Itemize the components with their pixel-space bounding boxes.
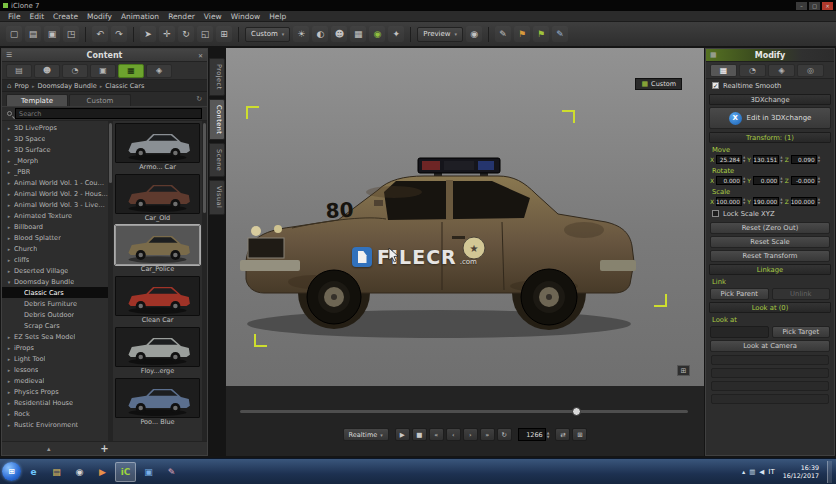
rotate-tool-icon[interactable]: ↻ xyxy=(178,26,194,42)
spinner-control[interactable]: ▲▼ xyxy=(743,156,745,163)
menu-edit[interactable]: Edit xyxy=(30,12,45,21)
animation-icon[interactable]: ◔ xyxy=(62,64,88,78)
spinner-down-icon[interactable]: ▼ xyxy=(818,181,820,185)
tree-item[interactable]: ▸Animal World Vol. 2 - Househo... xyxy=(2,188,108,199)
snap-tool-icon[interactable]: ⊞ xyxy=(216,26,232,42)
tree-item[interactable]: Classic Cars xyxy=(2,287,108,298)
props-icon[interactable]: ▦ xyxy=(118,64,144,78)
tree-item[interactable]: ▸_PBR xyxy=(2,166,108,177)
stop-button[interactable]: ■ xyxy=(412,428,427,441)
viewport-layout-icon[interactable]: ⊞ xyxy=(677,365,690,376)
spinner-control[interactable]: ▲▼ xyxy=(818,198,820,205)
language-indicator[interactable]: IT xyxy=(768,468,774,476)
home-icon[interactable]: ⌂ xyxy=(7,82,11,90)
tree-item[interactable]: ▸cliffs xyxy=(2,254,108,265)
viewport-tab-scene[interactable]: Scene xyxy=(209,143,225,177)
xchange-section-header[interactable]: 3DXchange xyxy=(709,94,831,105)
open-project-icon[interactable]: ▤ xyxy=(25,26,41,42)
tree-item[interactable]: ▸Billboard xyxy=(2,221,108,232)
actor-icon[interactable]: ☻ xyxy=(34,64,60,78)
explorer-icon[interactable]: ▤ xyxy=(46,462,67,482)
tree-item[interactable]: Debris Furniture xyxy=(2,298,108,309)
modify-tab-animation[interactable]: ◔ xyxy=(739,64,766,77)
pick-target-button[interactable]: Pick Target xyxy=(772,326,831,338)
move-z-field[interactable]: 0.090 xyxy=(791,155,817,164)
prev-frame-button[interactable]: ‹ xyxy=(446,428,461,441)
volume-icon[interactable]: ◀ xyxy=(759,468,764,476)
spinner-down-icon[interactable]: ▼ xyxy=(743,181,745,185)
first-frame-button[interactable]: « xyxy=(429,428,444,441)
thumbnail-scrollbar-thumb[interactable] xyxy=(203,123,206,213)
set-icon[interactable]: ▤ xyxy=(6,64,32,78)
tree-item[interactable]: ▸3D Space xyxy=(2,133,108,144)
thumbnail-item[interactable]: Car_Police xyxy=(115,225,200,274)
plugin-icon[interactable]: ◈ xyxy=(146,64,172,78)
spinner-down-icon[interactable]: ▼ xyxy=(818,160,820,164)
last-frame-button[interactable]: » xyxy=(480,428,495,441)
viewport-tab-content[interactable]: Content xyxy=(209,99,225,140)
pick-parent-button[interactable]: Pick Parent xyxy=(710,288,769,300)
reset-zero-button[interactable]: Reset (Zero Out) xyxy=(710,222,830,234)
hidden-icons-icon[interactable]: ▴ xyxy=(742,468,745,476)
lock-scale-checkbox[interactable]: ✓ xyxy=(712,210,719,217)
tree-item[interactable]: ▸Animal World Vol. 3 - Livestock xyxy=(2,199,108,210)
tree-item[interactable]: ▸Rock xyxy=(2,408,108,419)
scale-x-field[interactable]: 100.000 xyxy=(716,197,742,206)
move-tool-icon[interactable]: ✛ xyxy=(159,26,175,42)
light-icon[interactable]: ☀ xyxy=(293,26,309,42)
export-icon[interactable]: ◳ xyxy=(63,26,79,42)
menu-file[interactable]: File xyxy=(8,12,21,21)
police-car-model[interactable]: 80 ★ xyxy=(234,100,642,348)
tree-item[interactable]: Scrap Cars xyxy=(2,320,108,331)
tree-item[interactable]: ▸Light Tool xyxy=(2,353,108,364)
tree-item[interactable]: ▸Physics Props xyxy=(2,386,108,397)
move-x-field[interactable]: 25.284 xyxy=(716,155,742,164)
menu-animation[interactable]: Animation xyxy=(121,12,159,21)
add-content-button[interactable]: + xyxy=(100,443,108,454)
transform-section-header[interactable]: Transform: (1) xyxy=(709,132,831,143)
iclone-icon[interactable]: iC xyxy=(115,462,136,482)
thumbnail-scrollbar[interactable] xyxy=(202,121,207,441)
tree-item[interactable]: ▸EZ Sets Sea Model xyxy=(2,331,108,342)
spinner-control[interactable]: ▲▼ xyxy=(780,156,782,163)
timeline-slider[interactable] xyxy=(240,410,688,413)
viewport-3d[interactable]: 80 ★ ▦ Custom FILECR .com xyxy=(226,48,704,386)
close-button[interactable]: ✕ xyxy=(822,2,833,10)
browser-icon[interactable]: e xyxy=(23,462,44,482)
reset-scale-button[interactable]: Reset Scale xyxy=(710,236,830,248)
reset-transform-button[interactable]: Reset Transform xyxy=(710,250,830,262)
visibility-icon[interactable]: ◉ xyxy=(369,26,385,42)
search-input[interactable] xyxy=(15,108,202,119)
tree-scrollbar[interactable] xyxy=(108,121,113,441)
photos-icon[interactable]: ▣ xyxy=(138,462,159,482)
tree-item[interactable]: ▾Doomsday Bundle xyxy=(2,276,108,287)
modify-tab-physics[interactable]: ◎ xyxy=(797,64,824,77)
spinner-down-icon[interactable]: ▼ xyxy=(743,160,745,164)
minimize-button[interactable]: – xyxy=(796,2,807,10)
range-icon[interactable]: ⇄ xyxy=(555,428,570,441)
shadow-icon[interactable]: ◐ xyxy=(312,26,328,42)
select-tool-icon[interactable]: ➤ xyxy=(140,26,156,42)
scale-y-field[interactable]: 190.000 xyxy=(753,197,779,206)
thumbnail-item[interactable]: Clean Car xyxy=(115,276,200,325)
tree-item[interactable]: ▸Animated Texture xyxy=(2,210,108,221)
start-button[interactable]: ⊞ xyxy=(2,462,21,481)
viewport-tab-project[interactable]: Project xyxy=(209,58,225,96)
tab-template[interactable]: Template xyxy=(6,94,68,106)
move-y-field[interactable]: 130.151 xyxy=(753,155,779,164)
frame-spinner[interactable]: ▲▼ xyxy=(547,431,550,439)
tree-item[interactable]: ▸Animal World Vol. 1 - Countrys... xyxy=(2,177,108,188)
prop-icon[interactable]: ▦ xyxy=(350,26,366,42)
modify-tab-material[interactable]: ◈ xyxy=(768,64,795,77)
preview-dropdown[interactable]: Preview▾ xyxy=(417,27,463,42)
menu-modify[interactable]: Modify xyxy=(87,12,112,21)
tree-item[interactable]: ▸lessons xyxy=(2,364,108,375)
menu-window[interactable]: Window xyxy=(231,12,261,21)
tree-item[interactable]: ▸iProps xyxy=(2,342,108,353)
tree-item[interactable]: ▸Blood Splatter xyxy=(2,232,108,243)
breadcrumb-item[interactable]: Prop xyxy=(14,82,28,90)
spinner-down-icon[interactable]: ▼ xyxy=(818,202,820,206)
spinner-down-icon[interactable]: ▼ xyxy=(743,202,745,206)
menu-create[interactable]: Create xyxy=(53,12,78,21)
brush-icon[interactable]: ✎ xyxy=(495,26,511,42)
